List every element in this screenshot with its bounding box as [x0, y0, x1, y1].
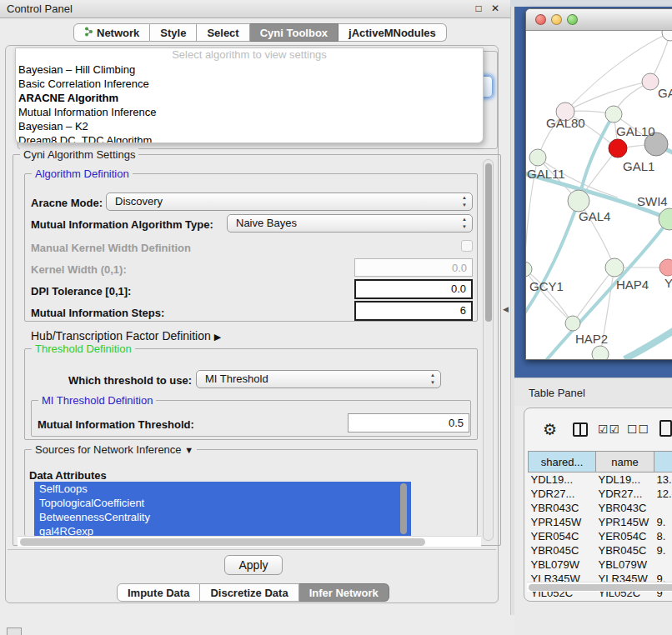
network-edge[interactable]	[565, 82, 650, 112]
network-node[interactable]	[659, 208, 672, 230]
table-cell: YBR045C	[596, 543, 654, 558]
export-table-icon[interactable]	[659, 420, 672, 437]
network-node[interactable]	[662, 31, 672, 41]
table-hscroll-thumb[interactable]	[529, 584, 672, 591]
table-cell: YPR145W	[596, 515, 654, 529]
apply-button[interactable]: Apply	[224, 555, 283, 575]
network-node[interactable]	[592, 346, 609, 360]
collapse-down-icon[interactable]: ▼	[184, 445, 193, 455]
network-node[interactable]	[659, 259, 672, 276]
data-attribute-item[interactable]: BetweennessCentrality	[34, 510, 411, 524]
which-threshold-combobox[interactable]: MI Threshold ▲▼	[196, 370, 441, 388]
mi-type-combobox[interactable]: Naive Bayes ▲▼	[227, 214, 473, 232]
table-row[interactable]: YPR145WYPR145W9.	[529, 515, 672, 529]
cyni-algorithm-settings-title: Cyni Algorithm Settings	[20, 148, 138, 161]
attr-list-scrollbar[interactable]	[399, 483, 408, 534]
network-node[interactable]	[605, 106, 622, 122]
table-column-header[interactable]: shared...	[529, 452, 596, 472]
table-row[interactable]: YBR045CYBR045C9.	[529, 543, 672, 558]
splitter-collapse-icon[interactable]: ◀	[503, 305, 509, 313]
mi-steps-label: Mutual Information Steps:	[31, 307, 164, 319]
table-cell: YER054C	[529, 529, 596, 543]
network-graph-canvas[interactable]: GAL80GAL10GAL1GAL11GALSWI4GAL4GCY1HAP4YH…	[526, 31, 672, 360]
kernel-width-field[interactable]: 0.0	[354, 258, 473, 277]
dpi-tolerance-field[interactable]: 0.0	[354, 279, 473, 299]
table-row[interactable]: YDL19...YDL19...13...	[529, 472, 672, 487]
network-node[interactable]	[609, 139, 627, 158]
settings-scrollbar-thumb[interactable]	[485, 163, 492, 322]
expand-right-icon[interactable]: ▶	[214, 332, 221, 342]
control-panel-tabbar: NetworkStyleSelectCyni ToolboxjActiveMNo…	[73, 23, 447, 42]
settings-hscroll-thumb[interactable]	[20, 538, 425, 546]
mi-steps-field[interactable]: 6	[354, 301, 473, 321]
tab-label: jActiveMNodules	[349, 24, 436, 42]
network-node[interactable]	[529, 149, 546, 166]
table-cell	[654, 558, 672, 572]
algorithm-option[interactable]: Mutual Information Inference	[16, 105, 483, 119]
tab-cyni-toolbox[interactable]: Cyni Toolbox	[250, 23, 339, 42]
settings-hscroll-track[interactable]	[18, 536, 481, 547]
data-attributes-list[interactable]: SelfLoopsTopologicalCoefficientBetweenne…	[34, 482, 411, 536]
network-node[interactable]	[605, 258, 624, 277]
table-row[interactable]: YER054CYER054C8.	[529, 529, 672, 543]
tab-select[interactable]: Select	[197, 23, 249, 42]
table-cell: YDR27...	[596, 487, 654, 501]
network-edge[interactable]	[526, 201, 579, 318]
table-column-header[interactable]: A	[654, 452, 672, 472]
data-attribute-item[interactable]: gal4RGexp	[34, 524, 411, 536]
tab-label: Network	[97, 24, 139, 42]
network-edge[interactable]	[526, 269, 573, 323]
bottom-tab-impute-data[interactable]: Impute Data	[117, 583, 200, 602]
table-row[interactable]: YBL079WYBL079W	[529, 558, 672, 572]
network-view-window: GAL80GAL10GAL1GAL11GALSWI4GAL4GCY1HAP4YH…	[525, 8, 672, 360]
table-cell: YBL079W	[596, 558, 654, 572]
network-edge[interactable]	[624, 322, 672, 359]
corner-mini-button[interactable]	[7, 628, 22, 635]
settings-scrollbar-track[interactable]	[483, 159, 494, 541]
network-edge[interactable]	[526, 269, 573, 323]
control-panel-titlebar: Control Panel □ ✕	[0, 0, 510, 18]
network-node[interactable]	[642, 73, 659, 90]
algorithm-option[interactable]: Basic Correlation Inference	[16, 77, 483, 91]
table-cell: 12...	[654, 487, 672, 501]
mi-threshold-field[interactable]: 0.5	[348, 413, 469, 432]
network-edge[interactable]	[573, 268, 614, 323]
network-node[interactable]	[565, 316, 580, 331]
aracne-mode-value: Discovery	[115, 195, 163, 208]
select-all-checkboxes-icon[interactable]: ☑☑	[598, 422, 620, 436]
close-window-icon[interactable]: ✕	[489, 2, 502, 16]
table-hscroll-track[interactable]	[527, 582, 672, 592]
table-row[interactable]: YDR27...YDR27...12...	[529, 487, 672, 501]
tab-style[interactable]: Style	[150, 23, 197, 42]
algorithm-list: Bayesian – Hill ClimbingBasic Correlatio…	[16, 62, 483, 143]
float-window-icon[interactable]: □	[472, 2, 485, 16]
split-columns-icon[interactable]	[573, 422, 588, 437]
attr-list-scrollbar-thumb[interactable]	[400, 483, 407, 534]
network-edge[interactable]	[565, 32, 670, 112]
tab-jactivemnodules[interactable]: jActiveMNodules	[339, 23, 447, 42]
tab-network[interactable]: Network	[73, 23, 150, 42]
data-attribute-item[interactable]: TopologicalCoefficient	[34, 496, 411, 510]
aracne-mode-combobox[interactable]: Discovery ▲▼	[106, 192, 473, 211]
data-attribute-item[interactable]: SelfLoops	[34, 482, 411, 496]
bottom-tab-infer-network[interactable]: Infer Network	[299, 583, 389, 602]
algorithm-option[interactable]: ARACNE Algorithm	[16, 91, 483, 105]
minimize-traffic-light[interactable]	[551, 14, 562, 25]
bottom-tab-discretize-data[interactable]: Discretize Data	[200, 583, 298, 602]
node-attribute-table: shared...nameA YDL19...YDL19...13...YDR2…	[528, 451, 672, 600]
algorithm-option[interactable]: Bayesian – Hill Climbing	[16, 62, 483, 77]
table-cell: 9.	[654, 543, 672, 558]
close-traffic-light[interactable]	[535, 14, 546, 25]
mi-threshold-group-title: MI Threshold Definition	[38, 394, 156, 407]
table-row[interactable]: YBR043CYBR043C	[529, 501, 672, 515]
zoom-traffic-light[interactable]	[567, 14, 578, 25]
hub-definition-label[interactable]: Hub/Transcription Factor Definition ▶	[31, 329, 221, 342]
deselect-all-checkboxes-icon[interactable]: ☐☐	[627, 422, 649, 436]
algorithm-option[interactable]: Bayesian – K2	[16, 119, 483, 133]
combo-arrows-icon: ▲▼	[430, 372, 435, 387]
manual-kernel-checkbox[interactable]	[461, 240, 473, 252]
network-node-label: Y	[664, 276, 672, 290]
table-column-header[interactable]: name	[596, 452, 654, 472]
algorithm-option[interactable]: Dream8 DC_TDC Algorithm	[16, 133, 483, 143]
gear-icon[interactable]: ⚙	[543, 420, 557, 439]
